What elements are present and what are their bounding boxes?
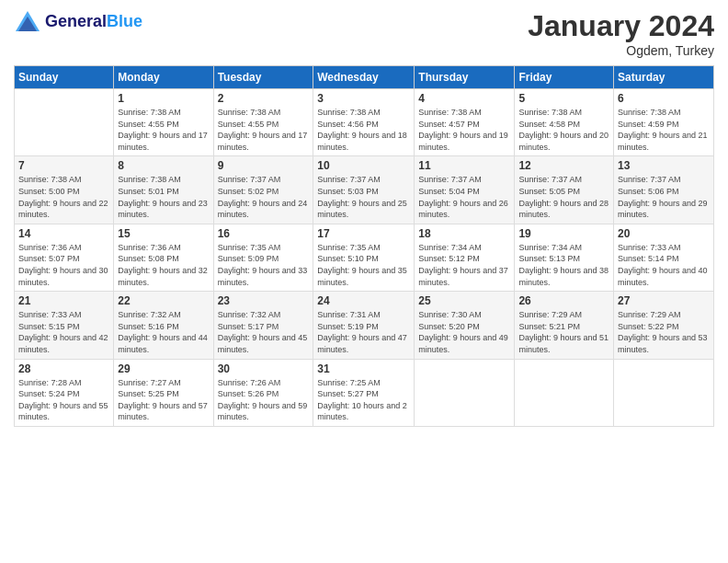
- col-header-tuesday: Tuesday: [213, 66, 313, 89]
- calendar-cell: 12 Sunrise: 7:37 AMSunset: 5:05 PMDaylig…: [515, 156, 614, 224]
- calendar-cell: 2 Sunrise: 7:38 AMSunset: 4:55 PMDayligh…: [213, 89, 313, 156]
- calendar-cell: 24 Sunrise: 7:31 AMSunset: 5:19 PMDaylig…: [313, 292, 415, 359]
- day-number: 29: [118, 362, 209, 375]
- page-header: GeneralBlue January 2024 Ogdem, Turkey: [14, 9, 714, 58]
- day-info: Sunrise: 7:26 AMSunset: 5:26 PMDaylight:…: [218, 377, 310, 423]
- day-number: 5: [518, 92, 609, 105]
- day-number: 20: [618, 227, 710, 240]
- day-info: Sunrise: 7:38 AMSunset: 4:55 PMDaylight:…: [118, 107, 209, 153]
- calendar-cell: 14 Sunrise: 7:36 AMSunset: 5:07 PMDaylig…: [15, 224, 114, 291]
- day-number: 24: [317, 294, 410, 307]
- col-header-friday: Friday: [515, 66, 614, 89]
- calendar-cell: 5 Sunrise: 7:38 AMSunset: 4:58 PMDayligh…: [515, 89, 614, 156]
- calendar-cell: 9 Sunrise: 7:37 AMSunset: 5:02 PMDayligh…: [213, 156, 313, 224]
- day-number: 4: [418, 92, 510, 105]
- col-header-thursday: Thursday: [415, 66, 515, 89]
- calendar-cell: 3 Sunrise: 7:38 AMSunset: 4:56 PMDayligh…: [313, 89, 415, 156]
- day-info: Sunrise: 7:37 AMSunset: 5:05 PMDaylight:…: [518, 174, 609, 220]
- calendar-cell: 18 Sunrise: 7:34 AMSunset: 5:12 PMDaylig…: [415, 224, 515, 291]
- day-info: Sunrise: 7:38 AMSunset: 4:55 PMDaylight:…: [218, 107, 310, 153]
- day-number: 9: [218, 159, 310, 172]
- calendar-cell: 29 Sunrise: 7:27 AMSunset: 5:25 PMDaylig…: [114, 359, 213, 426]
- day-number: 12: [518, 159, 609, 172]
- calendar-cell: 22 Sunrise: 7:32 AMSunset: 5:16 PMDaylig…: [114, 292, 213, 359]
- day-info: Sunrise: 7:34 AMSunset: 5:13 PMDaylight:…: [518, 242, 609, 288]
- calendar-cell: 8 Sunrise: 7:38 AMSunset: 5:01 PMDayligh…: [114, 156, 213, 224]
- day-number: 28: [18, 362, 109, 375]
- day-number: 30: [218, 362, 310, 375]
- day-info: Sunrise: 7:29 AMSunset: 5:22 PMDaylight:…: [618, 309, 710, 355]
- day-info: Sunrise: 7:38 AMSunset: 4:57 PMDaylight:…: [418, 107, 510, 153]
- day-number: 13: [618, 159, 710, 172]
- day-info: Sunrise: 7:37 AMSunset: 5:03 PMDaylight:…: [317, 174, 410, 220]
- logo-icon: [14, 9, 41, 35]
- calendar-cell: 4 Sunrise: 7:38 AMSunset: 4:57 PMDayligh…: [415, 89, 515, 156]
- day-info: Sunrise: 7:27 AMSunset: 5:25 PMDaylight:…: [118, 377, 209, 423]
- calendar-cell: [614, 359, 714, 426]
- week-row-4: 28 Sunrise: 7:28 AMSunset: 5:24 PMDaylig…: [15, 359, 714, 426]
- day-number: 1: [118, 92, 209, 105]
- calendar-cell: 23 Sunrise: 7:32 AMSunset: 5:17 PMDaylig…: [213, 292, 313, 359]
- day-info: Sunrise: 7:34 AMSunset: 5:12 PMDaylight:…: [418, 242, 510, 288]
- week-row-3: 21 Sunrise: 7:33 AMSunset: 5:15 PMDaylig…: [15, 292, 714, 359]
- col-header-monday: Monday: [114, 66, 213, 89]
- day-info: Sunrise: 7:36 AMSunset: 5:08 PMDaylight:…: [118, 242, 209, 288]
- day-info: Sunrise: 7:29 AMSunset: 5:21 PMDaylight:…: [518, 309, 609, 355]
- day-number: 22: [118, 294, 209, 307]
- day-info: Sunrise: 7:38 AMSunset: 4:56 PMDaylight:…: [317, 107, 410, 153]
- day-number: 14: [18, 227, 109, 240]
- calendar-cell: 21 Sunrise: 7:33 AMSunset: 5:15 PMDaylig…: [15, 292, 114, 359]
- day-number: 27: [618, 294, 710, 307]
- day-number: 11: [418, 159, 510, 172]
- calendar-cell: 27 Sunrise: 7:29 AMSunset: 5:22 PMDaylig…: [614, 292, 714, 359]
- calendar-cell: [415, 359, 515, 426]
- month-year-title: January 2024: [528, 9, 714, 43]
- calendar-cell: 7 Sunrise: 7:38 AMSunset: 5:00 PMDayligh…: [15, 156, 114, 224]
- week-row-1: 7 Sunrise: 7:38 AMSunset: 5:00 PMDayligh…: [15, 156, 714, 224]
- day-info: Sunrise: 7:38 AMSunset: 5:00 PMDaylight:…: [18, 174, 109, 220]
- logo: GeneralBlue: [14, 9, 142, 35]
- calendar-cell: 30 Sunrise: 7:26 AMSunset: 5:26 PMDaylig…: [213, 359, 313, 426]
- calendar-cell: 17 Sunrise: 7:35 AMSunset: 5:10 PMDaylig…: [313, 224, 415, 291]
- calendar-cell: 20 Sunrise: 7:33 AMSunset: 5:14 PMDaylig…: [614, 224, 714, 291]
- day-number: 17: [317, 227, 410, 240]
- page-container: GeneralBlue January 2024 Ogdem, Turkey S…: [0, 0, 728, 436]
- calendar-cell: 11 Sunrise: 7:37 AMSunset: 5:04 PMDaylig…: [415, 156, 515, 224]
- header-row: SundayMondayTuesdayWednesdayThursdayFrid…: [15, 66, 714, 89]
- day-number: 21: [18, 294, 109, 307]
- day-info: Sunrise: 7:33 AMSunset: 5:14 PMDaylight:…: [618, 242, 710, 288]
- col-header-sunday: Sunday: [15, 66, 114, 89]
- calendar-cell: 10 Sunrise: 7:37 AMSunset: 5:03 PMDaylig…: [313, 156, 415, 224]
- calendar-cell: [15, 89, 114, 156]
- logo-text: GeneralBlue: [45, 13, 142, 31]
- calendar-cell: 13 Sunrise: 7:37 AMSunset: 5:06 PMDaylig…: [614, 156, 714, 224]
- day-info: Sunrise: 7:32 AMSunset: 5:17 PMDaylight:…: [218, 309, 310, 355]
- calendar-cell: 28 Sunrise: 7:28 AMSunset: 5:24 PMDaylig…: [15, 359, 114, 426]
- day-number: 8: [118, 159, 209, 172]
- calendar-cell: 1 Sunrise: 7:38 AMSunset: 4:55 PMDayligh…: [114, 89, 213, 156]
- day-info: Sunrise: 7:33 AMSunset: 5:15 PMDaylight:…: [18, 309, 109, 355]
- calendar-cell: [515, 359, 614, 426]
- day-number: 7: [18, 159, 109, 172]
- day-info: Sunrise: 7:37 AMSunset: 5:02 PMDaylight:…: [218, 174, 310, 220]
- title-area: January 2024 Ogdem, Turkey: [528, 9, 714, 58]
- day-info: Sunrise: 7:38 AMSunset: 4:58 PMDaylight:…: [518, 107, 609, 153]
- day-info: Sunrise: 7:38 AMSunset: 4:59 PMDaylight:…: [618, 107, 710, 153]
- day-number: 23: [218, 294, 310, 307]
- col-header-saturday: Saturday: [614, 66, 714, 89]
- week-row-0: 1 Sunrise: 7:38 AMSunset: 4:55 PMDayligh…: [15, 89, 714, 156]
- day-info: Sunrise: 7:38 AMSunset: 5:01 PMDaylight:…: [118, 174, 209, 220]
- day-number: 10: [317, 159, 410, 172]
- day-info: Sunrise: 7:28 AMSunset: 5:24 PMDaylight:…: [18, 377, 109, 423]
- day-info: Sunrise: 7:37 AMSunset: 5:04 PMDaylight:…: [418, 174, 510, 220]
- col-header-wednesday: Wednesday: [313, 66, 415, 89]
- calendar-cell: 19 Sunrise: 7:34 AMSunset: 5:13 PMDaylig…: [515, 224, 614, 291]
- day-number: 2: [218, 92, 310, 105]
- calendar-cell: 31 Sunrise: 7:25 AMSunset: 5:27 PMDaylig…: [313, 359, 415, 426]
- calendar-cell: 6 Sunrise: 7:38 AMSunset: 4:59 PMDayligh…: [614, 89, 714, 156]
- day-number: 16: [218, 227, 310, 240]
- day-number: 26: [518, 294, 609, 307]
- day-info: Sunrise: 7:31 AMSunset: 5:19 PMDaylight:…: [317, 309, 410, 355]
- week-row-2: 14 Sunrise: 7:36 AMSunset: 5:07 PMDaylig…: [15, 224, 714, 291]
- calendar-cell: 15 Sunrise: 7:36 AMSunset: 5:08 PMDaylig…: [114, 224, 213, 291]
